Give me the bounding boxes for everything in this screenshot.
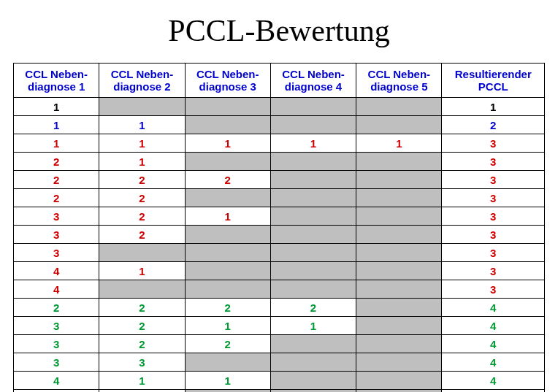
col-header-3: CCL Neben-diagnose 3 [185, 64, 270, 98]
table-row: 334 [14, 353, 545, 372]
cell-diagnose-1: 1 [14, 134, 99, 153]
cell-diagnose-2: 2 [99, 171, 185, 189]
cell-diagnose-4 [270, 280, 356, 299]
cell-diagnose-3 [185, 262, 270, 280]
cell-diagnose-2 [99, 244, 185, 262]
cell-diagnose-4: 1 [270, 317, 356, 335]
cell-diagnose-4 [270, 353, 356, 372]
table-row: 3224 [14, 335, 545, 353]
cell-diagnose-3: 1 [185, 317, 270, 335]
cell-diagnose-5 [356, 299, 442, 317]
cell-diagnose-5 [356, 207, 442, 226]
cell-diagnose-4 [270, 116, 356, 134]
cell-diagnose-2: 2 [99, 299, 185, 317]
cell-diagnose-1: 3 [14, 335, 99, 353]
table-row: 111113 [14, 134, 545, 153]
cell-diagnose-1: 3 [14, 317, 99, 335]
cell-diagnose-2: 1 [99, 134, 185, 153]
cell-diagnose-1: 2 [14, 189, 99, 207]
cell-diagnose-1: 2 [14, 153, 99, 171]
cell-result: 3 [442, 171, 545, 189]
cell-diagnose-2 [99, 98, 185, 116]
pccl-table: CCL Neben-diagnose 1 CCL Neben-diagnose … [13, 63, 545, 392]
cell-diagnose-3 [185, 244, 270, 262]
cell-result: 4 [442, 335, 545, 353]
cell-diagnose-2: 2 [99, 226, 185, 244]
cell-diagnose-2: 1 [99, 372, 185, 390]
cell-diagnose-4 [270, 98, 356, 116]
cell-diagnose-1: 3 [14, 226, 99, 244]
table-row: 33 [14, 244, 545, 262]
cell-diagnose-5 [356, 372, 442, 390]
cell-diagnose-4 [270, 262, 356, 280]
table-row: 2223 [14, 171, 545, 189]
cell-result: 3 [442, 262, 545, 280]
cell-diagnose-1: 2 [14, 299, 99, 317]
cell-diagnose-2: 1 [99, 262, 185, 280]
cell-diagnose-1: 1 [14, 116, 99, 134]
cell-diagnose-3 [185, 353, 270, 372]
cell-result: 3 [442, 244, 545, 262]
cell-result: 4 [442, 372, 545, 390]
col-header-2: CCL Neben-diagnose 2 [99, 64, 185, 98]
cell-diagnose-5 [356, 335, 442, 353]
cell-diagnose-4 [270, 244, 356, 262]
cell-result: 3 [442, 153, 545, 171]
cell-diagnose-5 [356, 244, 442, 262]
cell-diagnose-5 [356, 98, 442, 116]
cell-diagnose-2: 2 [99, 207, 185, 226]
cell-result: 4 [442, 353, 545, 372]
cell-diagnose-3 [185, 98, 270, 116]
cell-diagnose-4 [270, 207, 356, 226]
cell-diagnose-1: 2 [14, 171, 99, 189]
table-row: 213 [14, 153, 545, 171]
cell-diagnose-1: 4 [14, 390, 99, 393]
table-row: 223 [14, 189, 545, 207]
cell-result: 3 [442, 207, 545, 226]
table-row: 11 [14, 98, 545, 116]
cell-diagnose-3 [185, 189, 270, 207]
cell-diagnose-4 [270, 153, 356, 171]
table-row: 112 [14, 116, 545, 134]
cell-diagnose-5 [356, 171, 442, 189]
col-header-4: CCL Neben-diagnose 4 [270, 64, 356, 98]
cell-result: 3 [442, 134, 545, 153]
table-row: 32114 [14, 317, 545, 335]
cell-diagnose-1: 3 [14, 244, 99, 262]
cell-diagnose-2: 2 [99, 189, 185, 207]
cell-diagnose-5 [356, 189, 442, 207]
cell-diagnose-5 [356, 390, 442, 393]
cell-result: 1 [442, 98, 545, 116]
cell-result: 4 [442, 317, 545, 335]
cell-diagnose-1: 3 [14, 353, 99, 372]
cell-diagnose-1: 4 [14, 372, 99, 390]
cell-diagnose-5 [356, 153, 442, 171]
cell-diagnose-2: 1 [99, 153, 185, 171]
cell-diagnose-1: 3 [14, 207, 99, 226]
cell-diagnose-4 [270, 226, 356, 244]
cell-diagnose-5 [356, 226, 442, 244]
cell-diagnose-4: 2 [270, 299, 356, 317]
cell-diagnose-3: 2 [185, 335, 270, 353]
cell-diagnose-2: 1 [99, 116, 185, 134]
cell-diagnose-4 [270, 372, 356, 390]
col-header-result: ResultierenderPCCL [442, 64, 545, 98]
cell-diagnose-3 [185, 226, 270, 244]
cell-diagnose-1: 4 [14, 280, 99, 299]
cell-result: 3 [442, 280, 545, 299]
cell-diagnose-3: 1 [185, 207, 270, 226]
cell-diagnose-1: 1 [14, 98, 99, 116]
table-row: 3213 [14, 207, 545, 226]
cell-diagnose-5 [356, 116, 442, 134]
cell-diagnose-4 [270, 390, 356, 393]
table-row: 4114 [14, 372, 545, 390]
cell-diagnose-3 [185, 390, 270, 393]
cell-diagnose-4: 1 [270, 134, 356, 153]
cell-diagnose-5: 1 [356, 134, 442, 153]
cell-diagnose-5 [356, 317, 442, 335]
table-header-row: CCL Neben-diagnose 1 CCL Neben-diagnose … [14, 64, 545, 98]
cell-diagnose-3 [185, 153, 270, 171]
cell-diagnose-5 [356, 280, 442, 299]
cell-result: 4 [442, 390, 545, 393]
cell-diagnose-3 [185, 280, 270, 299]
